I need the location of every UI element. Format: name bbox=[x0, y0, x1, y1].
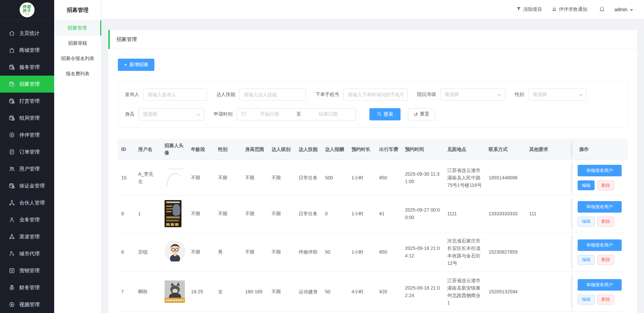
topbar: 清除缓存 伴伴求救通知 admin bbox=[102, 0, 644, 19]
cell-contact: 15230827859 bbox=[485, 232, 526, 272]
publisher-input[interactable] bbox=[143, 89, 207, 101]
sidebar-item-label: 视频管理 bbox=[19, 301, 40, 308]
cell-duration: 1小时 bbox=[348, 232, 376, 272]
logo-badge: 伴搭 伴子 ●●● bbox=[20, 2, 35, 17]
cell-id: 9 bbox=[118, 195, 135, 232]
apply-time-label: 申请时间 bbox=[214, 111, 233, 117]
edit-button[interactable]: 编辑 bbox=[578, 180, 595, 190]
sidebar-item-保证金管理[interactable]: 保证金管理 bbox=[0, 177, 54, 194]
cell-level: 不限 bbox=[268, 272, 295, 312]
filter-row-1: 发布人 达人技能 下单手机号 bbox=[125, 89, 621, 101]
sidebar-item-合伙人管理[interactable]: 合伙人管理 bbox=[0, 194, 54, 211]
page-body: + 新增招募 发布人 达人技能 bbox=[108, 49, 637, 313]
chevron-down-icon bbox=[196, 112, 200, 117]
cell-address: 江苏省连云港市灌南县人民中路75号1号楼116号 bbox=[444, 160, 485, 195]
rescue-notice-button[interactable]: 伴伴求救通知 bbox=[552, 6, 587, 13]
sidebar-item-服务管理[interactable]: 服务管理 bbox=[0, 59, 54, 76]
sidebar-item-伴伴管理[interactable]: 伴伴管理 bbox=[0, 126, 54, 143]
money-bag-icon bbox=[9, 285, 15, 291]
notification-bell-icon[interactable] bbox=[599, 6, 605, 13]
gender-placeholder: 请选择 bbox=[533, 92, 547, 98]
delete-button[interactable]: 删除 bbox=[597, 295, 614, 305]
sidebar-item-订单管理[interactable]: 订单管理 bbox=[0, 143, 54, 160]
delete-button[interactable]: 删除 bbox=[597, 255, 614, 265]
submenu-item-招募审核[interactable]: 招募审核 bbox=[54, 36, 101, 51]
siren-icon bbox=[552, 6, 557, 13]
review-applicants-button[interactable]: 审核报名用户 bbox=[578, 279, 622, 291]
review-applicants-button[interactable]: 审核报名用户 bbox=[578, 165, 622, 176]
play-level-label: 陪玩等级 bbox=[417, 92, 436, 98]
order-phone-label: 下单手机号 bbox=[316, 92, 339, 98]
row-action-group: 编辑删除 bbox=[578, 217, 624, 227]
gender-select[interactable]: 请选择 bbox=[528, 89, 586, 101]
avatar-cat-photo bbox=[165, 280, 185, 303]
edit-button[interactable]: 编辑 bbox=[578, 255, 595, 265]
sidebar-item-label: 业务管理 bbox=[19, 217, 40, 223]
agent-icon bbox=[9, 251, 15, 257]
date-range-picker[interactable]: 开始日期 至 结束日期 bbox=[237, 108, 356, 120]
cell-time: 2025-09-18 21:04:12 bbox=[402, 232, 444, 272]
cell-age: 不限 bbox=[188, 160, 215, 195]
search-button[interactable]: 搜索 bbox=[369, 108, 401, 120]
cell-actions: 审核报名用户编辑删除 bbox=[573, 272, 628, 312]
review-applicants-button[interactable]: 审核报名用户 bbox=[578, 239, 622, 251]
cell-filler bbox=[566, 272, 573, 312]
cell-height: 160-165 bbox=[242, 272, 268, 312]
avatar-cartoon-portrait bbox=[165, 240, 184, 263]
review-applicants-button[interactable]: 审核报名用户 bbox=[578, 201, 622, 213]
cell-other bbox=[526, 232, 566, 272]
channel-icon bbox=[9, 234, 15, 240]
sidebar-item-业务管理[interactable]: 业务管理 bbox=[0, 211, 54, 228]
sidebar-item-打赏管理[interactable]: 打赏管理 bbox=[0, 93, 54, 110]
column-header: ID bbox=[118, 139, 135, 160]
sidebar-item-主页统计[interactable]: 主页统计 bbox=[0, 25, 54, 42]
column-header: 其他要求 bbox=[526, 139, 566, 160]
submenu-item-报名费列表[interactable]: 报名费列表 bbox=[54, 66, 101, 81]
table-row: 15A_李先生不限不限不限不限日常任务5001小时¥502025-09-30 1… bbox=[118, 160, 628, 195]
cell-skill: 运动健身 bbox=[295, 272, 322, 312]
delete-button[interactable]: 删除 bbox=[597, 180, 614, 190]
add-recruit-button[interactable]: + 新增招募 bbox=[118, 59, 154, 71]
cell-time: 2025-09-18 21:02:24 bbox=[402, 272, 444, 312]
sidebar-item-招募管理[interactable]: 招募管理 bbox=[0, 76, 54, 93]
admin-username: admin bbox=[615, 7, 627, 12]
column-header: 招募人头像 bbox=[161, 139, 188, 160]
play-level-select[interactable]: 请选择 bbox=[440, 89, 505, 101]
cell-duration: 1小时 bbox=[348, 160, 376, 195]
order-phone-input[interactable] bbox=[343, 89, 408, 101]
sidebar-item-城市代理[interactable]: 城市代理 bbox=[0, 245, 54, 262]
funnel-icon bbox=[516, 6, 521, 12]
sidebar-item-用户管理[interactable]: 用户管理 bbox=[0, 160, 54, 177]
edit-button[interactable]: 编辑 bbox=[578, 295, 595, 305]
submenu-item-招募令报名列表[interactable]: 招募令报名列表 bbox=[54, 51, 101, 66]
height-select[interactable]: 请选择 bbox=[138, 108, 204, 120]
app-logo: 伴搭 伴子 ●●● bbox=[0, 0, 54, 20]
sidebar-item-渠道管理[interactable]: 渠道管理 bbox=[0, 228, 54, 245]
cell-height: 不限 bbox=[242, 160, 268, 195]
cell-avatar bbox=[161, 195, 188, 232]
cell-fee: ¥50 bbox=[376, 160, 402, 195]
reset-button[interactable]: ↺ 重置 bbox=[408, 108, 435, 120]
cell-username: 1 bbox=[135, 195, 161, 232]
sidebar-item-财务管理[interactable]: 财务管理 bbox=[0, 279, 54, 296]
submenu-item-招募管理[interactable]: 招募管理 bbox=[54, 20, 101, 36]
cell-age: 不限 bbox=[188, 232, 215, 272]
cell-duration: 4小时 bbox=[348, 272, 376, 312]
cell-skill: 伴娘伴郎 bbox=[295, 232, 322, 272]
calendar-clock-icon bbox=[9, 64, 15, 70]
sidebar-item-label: 打赏管理 bbox=[19, 98, 40, 104]
sidebar-item-商城管理[interactable]: 商城管理 bbox=[0, 42, 54, 59]
cell-level: 不限 bbox=[268, 232, 295, 272]
sidebar-item-label: 订单管理 bbox=[19, 149, 40, 155]
admin-menu[interactable]: admin bbox=[615, 7, 633, 12]
column-header: 见面地点 bbox=[444, 139, 485, 160]
sidebar-item-视频管理[interactable]: 视频管理 bbox=[0, 296, 54, 313]
sidebar-item-label: 主页统计 bbox=[19, 30, 40, 37]
sidebar-item-营销管理[interactable]: 营销管理 bbox=[0, 262, 54, 279]
edit-button[interactable]: 编辑 bbox=[578, 217, 595, 227]
clear-cache-button[interactable]: 清除缓存 bbox=[516, 6, 542, 13]
column-filler bbox=[566, 139, 573, 160]
sidebar-item-组局管理[interactable]: 组局管理 bbox=[0, 110, 54, 126]
skill-input[interactable] bbox=[239, 89, 306, 101]
delete-button[interactable]: 删除 bbox=[597, 217, 614, 227]
